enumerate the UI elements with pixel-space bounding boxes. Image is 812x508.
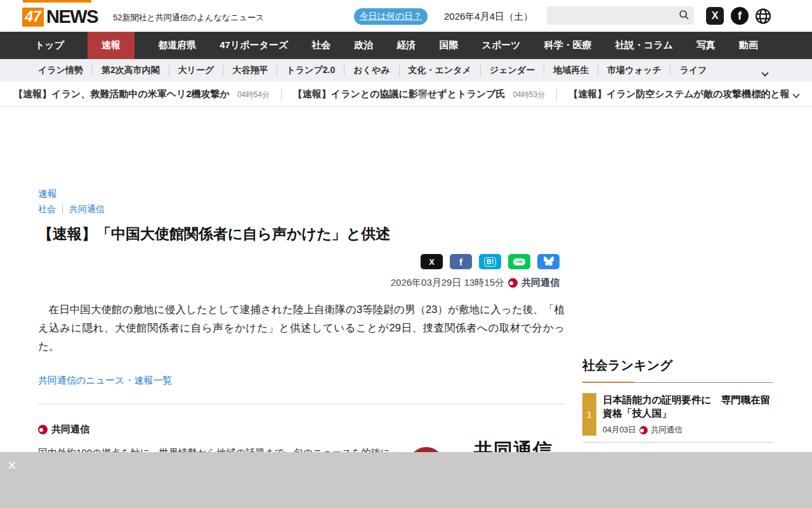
publisher-name: 共同通信 <box>51 424 89 436</box>
chevron-down-icon <box>761 69 768 76</box>
share-bluesky-button[interactable] <box>537 254 560 269</box>
nav-editorial-column[interactable]: 社説・コラム <box>615 32 673 59</box>
topic-trump[interactable]: トランプ2.0 <box>286 65 335 76</box>
kyodo-logo-icon <box>508 278 518 288</box>
search-button[interactable] <box>674 6 694 25</box>
ranking-heading: 社会ランキング <box>582 357 774 374</box>
ticker-item[interactable]: 【速報】イラン防空システムが敵の攻撃機標的と報 <box>568 88 790 100</box>
ranking-item-meta: 04月03日 共同通信 <box>603 425 774 436</box>
divider <box>556 88 557 100</box>
ranking-item-1[interactable]: 1 日本語能力の証明要件に 専門職在留資格「技人国」 04月03日 共同通信 <box>582 393 774 436</box>
divider <box>223 65 223 76</box>
main-navigation: トップ 速報 都道府県 47リポーターズ 社会 政治 経済 国際 スポーツ 科学… <box>0 32 812 59</box>
nav-47reporters[interactable]: 47リポーターズ <box>219 32 288 59</box>
publisher-link[interactable]: 共同通信 <box>38 424 565 436</box>
share-line-button[interactable]: LINE <box>508 254 530 269</box>
topic-gender[interactable]: ジェンダー <box>490 65 535 76</box>
breadcrumb-source-link[interactable]: 共同通信 <box>69 204 105 215</box>
nav-videos[interactable]: 動画 <box>739 32 758 59</box>
nav-top[interactable]: トップ <box>35 32 64 59</box>
ticker-expand-button[interactable] <box>794 88 799 100</box>
ticker-time: 04時54分 <box>237 90 270 100</box>
share-facebook-button[interactable]: f <box>450 254 472 269</box>
nav-photos[interactable]: 写真 <box>697 32 716 59</box>
page-top-accent-bar <box>23 0 91 3</box>
kyodo-logo-icon <box>38 425 48 434</box>
divider <box>169 65 169 76</box>
ticker-title: 【速報】イラン、救難活動中の米軍ヘリ2機攻撃か <box>13 88 230 100</box>
article-title: 【速報】「中国大使館関係者に自ら声かけた」と供述 <box>38 224 565 244</box>
divider <box>277 65 277 76</box>
chevron-down-icon <box>792 91 799 98</box>
topic-obituary[interactable]: おくやみ <box>353 65 390 76</box>
ranking-rule <box>582 382 774 383</box>
ticker-item[interactable]: 【速報】イラン、救難活動中の米軍ヘリ2機攻撃か 04時54分 <box>13 88 270 100</box>
hatena-icon: B! <box>484 257 497 267</box>
nav-prefectures[interactable]: 都道府県 <box>158 32 196 59</box>
nav-science-medical[interactable]: 科学・医療 <box>544 32 592 59</box>
site-tagline: 52新聞社と共同通信のよんななニュース <box>113 12 264 23</box>
article-body: 在日中国大使館の敷地に侵入したとして逮捕された陸上自衛隊の3等陸尉の男（23）が… <box>38 300 565 356</box>
logo-47-icon: 47 <box>22 8 44 27</box>
current-date: 2026年4月4日（土） <box>444 11 533 23</box>
article-dateline: 2026年03月29日 13時15分 共同通信 <box>38 277 565 289</box>
divider <box>598 65 598 76</box>
topic-market[interactable]: 市場ウォッチ <box>607 65 661 76</box>
topic-life[interactable]: ライフ <box>679 65 707 76</box>
bottom-ad-banner: × <box>0 452 812 508</box>
divider <box>92 65 93 76</box>
divider <box>344 65 344 76</box>
x-social-icon[interactable]: X <box>706 7 724 25</box>
nav-sokuho[interactable]: 速報 <box>88 32 134 59</box>
nav-politics[interactable]: 政治 <box>354 32 373 59</box>
topic-iran[interactable]: イラン情勢 <box>38 65 83 76</box>
divider <box>62 205 63 214</box>
article-source-link[interactable]: 共同通信 <box>521 277 560 289</box>
site-header: 47 NEWS 52新聞社と共同通信のよんななニュース 今日は何の日？ 2026… <box>0 0 812 32</box>
topic-cabinet[interactable]: 第2次高市内閣 <box>102 65 160 76</box>
divider <box>38 404 565 404</box>
ranking-item-title: 日本語能力の証明要件に 専門職在留資格「技人国」 <box>603 393 774 420</box>
search-box <box>547 6 694 25</box>
share-hatena-button[interactable]: B! <box>479 254 501 269</box>
breadcrumb-category-link[interactable]: 社会 <box>38 204 56 215</box>
topic-regional[interactable]: 地域再生 <box>553 65 589 76</box>
nav-society[interactable]: 社会 <box>311 32 331 59</box>
divider <box>480 65 481 76</box>
ranking-item-source: 共同通信 <box>651 425 683 436</box>
today-topic-button[interactable]: 今日は何の日？ <box>354 8 428 25</box>
topic-ohtani[interactable]: 大谷翔平 <box>232 65 268 76</box>
divider <box>544 65 544 76</box>
line-icon: LINE <box>513 258 525 265</box>
topic-navigation: イラン情勢 第2次高市内閣 大リーグ 大谷翔平 トランプ2.0 おくやみ 文化・… <box>0 59 812 82</box>
ticker-item[interactable]: 【速報】イランとの協議に影響せずとトランプ氏 04時53分 <box>293 88 545 100</box>
topic-mlb[interactable]: 大リーグ <box>178 65 214 76</box>
site-logo[interactable]: 47 NEWS <box>22 6 98 27</box>
share-x-button[interactable]: X <box>421 254 443 269</box>
breadcrumb-sokuho-link[interactable]: 速報 <box>38 188 57 199</box>
ranking-item-date: 04月03日 <box>603 425 636 436</box>
nav-economy[interactable]: 経済 <box>396 32 416 59</box>
divider <box>281 88 282 100</box>
kyodo-news-list-link[interactable]: 共同通信のニュース・速報一覧 <box>38 375 172 387</box>
kyodo-logo-icon <box>639 426 648 434</box>
topic-culture[interactable]: 文化・エンタメ <box>409 65 471 76</box>
close-icon[interactable]: × <box>4 457 20 474</box>
divider <box>399 65 400 76</box>
search-input[interactable] <box>547 6 674 25</box>
divider <box>582 442 774 443</box>
ticker-title: 【速報】イランとの協議に影響せずとトランプ氏 <box>293 88 506 100</box>
nav-international[interactable]: 国際 <box>439 32 458 59</box>
search-icon <box>679 10 690 22</box>
breaking-news-ticker: 【速報】イラン、救難活動中の米軍ヘリ2機攻撃か 04時54分 【速報】イランとの… <box>0 82 812 107</box>
divider <box>670 65 671 76</box>
subnav-expand-button[interactable] <box>763 67 768 78</box>
publish-datetime: 2026年03月29日 13時15分 <box>391 277 504 289</box>
nav-sports[interactable]: スポーツ <box>482 32 521 59</box>
share-buttons: X f B! LINE <box>38 254 565 269</box>
globe-icon[interactable] <box>754 7 772 25</box>
logo-news-text: NEWS <box>46 6 98 27</box>
facebook-social-icon[interactable]: f <box>731 7 749 25</box>
ticker-time: 04時53分 <box>513 90 545 100</box>
ticker-title: 【速報】イラン防空システムが敵の攻撃機標的と報 <box>568 88 790 100</box>
